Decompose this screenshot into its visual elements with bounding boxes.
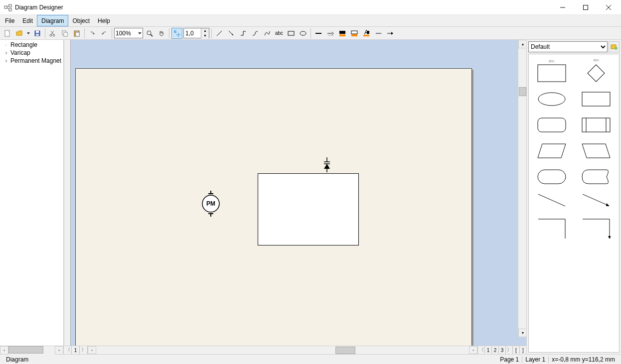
tree-item-permanent-magnet[interactable]: ›Permanent Magnet bbox=[0, 57, 63, 65]
palette-rect[interactable] bbox=[576, 84, 618, 109]
linewidth-spinner[interactable]: ▲▼ bbox=[183, 28, 209, 38]
menu-edit[interactable]: Edit bbox=[18, 15, 37, 26]
scroll-down-button[interactable]: ▾ bbox=[518, 329, 526, 337]
new-button[interactable] bbox=[2, 28, 13, 39]
open-dropdown[interactable] bbox=[26, 28, 31, 39]
menu-file[interactable]: File bbox=[1, 15, 18, 26]
layer-tab-1[interactable]: 1 bbox=[484, 346, 491, 354]
cut-button[interactable] bbox=[47, 28, 58, 39]
hscroll-thumb[interactable] bbox=[335, 347, 355, 354]
scroll-left-button[interactable]: ‹ bbox=[0, 346, 8, 355]
svg-line-59 bbox=[583, 194, 608, 205]
arrow-end-tool[interactable] bbox=[385, 28, 396, 39]
palette-parallelogram-r[interactable] bbox=[576, 136, 618, 161]
template-select[interactable]: Default bbox=[528, 41, 608, 52]
scroll-thumb[interactable] bbox=[8, 346, 43, 354]
vscroll-thumb[interactable] bbox=[519, 87, 526, 96]
copy-button[interactable] bbox=[59, 28, 70, 39]
arrow-tool[interactable] bbox=[226, 28, 237, 39]
menu-diagram[interactable]: Diagram bbox=[37, 15, 68, 26]
pan-tool[interactable] bbox=[156, 28, 167, 39]
line-tool[interactable] bbox=[214, 28, 225, 39]
page-nav-next[interactable]: 〉 bbox=[80, 346, 88, 354]
palette-arrow-line[interactable] bbox=[576, 188, 618, 213]
zoom-tool[interactable] bbox=[144, 28, 155, 39]
svg-point-48 bbox=[615, 47, 618, 50]
fillcolor-tool[interactable] bbox=[349, 28, 360, 39]
tree-hscrollbar[interactable]: ‹ › bbox=[0, 346, 63, 354]
expand-icon[interactable]: › bbox=[4, 57, 8, 64]
tree-item-rectangle[interactable]: ·Rectangle bbox=[0, 41, 63, 49]
linecolor-tool[interactable] bbox=[337, 28, 348, 39]
tree-item-varicap[interactable]: ›Varicap bbox=[0, 49, 63, 57]
toolbar: 100% ▲▼ abc A bbox=[0, 27, 621, 40]
palette-diamond[interactable]: abc bbox=[576, 58, 618, 83]
palette-elbow-arrow[interactable] bbox=[576, 214, 618, 239]
object-tree[interactable]: ·Rectangle ›Varicap ›Permanent Magnet bbox=[0, 40, 63, 346]
page-tab-1[interactable]: 1 bbox=[72, 346, 80, 354]
ellipse-tool[interactable] bbox=[298, 28, 309, 39]
svg-point-51 bbox=[538, 93, 565, 106]
scroll-up-button[interactable]: ▴ bbox=[518, 40, 526, 48]
palette-roundrect[interactable] bbox=[531, 110, 573, 135]
text-tool[interactable]: abc bbox=[274, 28, 285, 39]
palette-text-rect[interactable]: abc bbox=[531, 58, 573, 83]
layer-nav-prev[interactable]: 〈 bbox=[477, 346, 484, 354]
save-button[interactable] bbox=[32, 28, 43, 39]
palette-line[interactable] bbox=[531, 188, 573, 213]
layer-tab-3[interactable]: 3 bbox=[498, 346, 505, 354]
layer-bracket-l[interactable]: [ bbox=[512, 346, 519, 354]
svg-rect-53 bbox=[538, 118, 566, 132]
open-button[interactable] bbox=[14, 28, 25, 39]
svg-rect-29 bbox=[339, 34, 345, 36]
rect-tool[interactable] bbox=[286, 28, 297, 39]
snap-toggle[interactable] bbox=[171, 28, 182, 39]
palette-parallelogram-l[interactable] bbox=[531, 136, 573, 161]
page[interactable]: PM bbox=[75, 68, 472, 346]
close-button[interactable] bbox=[597, 0, 620, 15]
canvas-vscrollbar[interactable]: ▴ ▾ bbox=[518, 40, 526, 337]
canvas[interactable]: PM bbox=[64, 40, 526, 346]
palette-ellipse[interactable] bbox=[531, 84, 573, 109]
minimize-button[interactable] bbox=[551, 0, 574, 15]
status-left: Diagram bbox=[3, 356, 31, 363]
varicap-shape[interactable] bbox=[323, 157, 331, 172]
linewidth-input[interactable] bbox=[184, 30, 201, 37]
palette-subprocess[interactable] bbox=[576, 110, 618, 135]
linewidth-up[interactable]: ▲ bbox=[201, 28, 209, 33]
connector2-tool[interactable] bbox=[250, 28, 261, 39]
svg-line-21 bbox=[217, 31, 222, 36]
lineend-tool[interactable] bbox=[325, 28, 336, 39]
expand-icon[interactable]: › bbox=[4, 49, 8, 56]
redo-button[interactable] bbox=[99, 28, 110, 39]
linestyle-tool[interactable] bbox=[313, 28, 324, 39]
maximize-button[interactable] bbox=[574, 0, 597, 15]
rectangle-shape[interactable] bbox=[258, 173, 359, 245]
textcolor-tool[interactable]: A bbox=[361, 28, 372, 39]
palette-terminator[interactable] bbox=[531, 162, 573, 187]
arrow-start-tool[interactable] bbox=[373, 28, 384, 39]
linewidth-down[interactable]: ▼ bbox=[201, 33, 209, 38]
layer-bracket-r[interactable]: ] bbox=[519, 346, 526, 354]
canvas-hscrollbar[interactable] bbox=[96, 346, 469, 354]
permanent-magnet-shape[interactable]: PM bbox=[201, 191, 221, 217]
layer-nav-next[interactable]: 〉 bbox=[505, 346, 512, 354]
menu-help[interactable]: Help bbox=[94, 15, 114, 26]
menu-object[interactable]: Object bbox=[68, 15, 94, 26]
palette-display[interactable] bbox=[576, 162, 618, 187]
svg-rect-23 bbox=[288, 31, 294, 35]
layer-tab-2[interactable]: 2 bbox=[491, 346, 498, 354]
palette-elbow[interactable] bbox=[531, 214, 573, 239]
paste-button[interactable] bbox=[71, 28, 82, 39]
palette-pane: Default abc abc bbox=[526, 40, 621, 354]
undo-button[interactable] bbox=[87, 28, 98, 39]
connector1-tool[interactable] bbox=[238, 28, 249, 39]
hscroll-left[interactable]: ‹ bbox=[88, 346, 96, 354]
object-tree-pane: ·Rectangle ›Varicap ›Permanent Magnet ‹ … bbox=[0, 40, 64, 354]
scroll-right-button[interactable]: › bbox=[55, 346, 63, 355]
curve-tool[interactable] bbox=[262, 28, 273, 39]
page-nav-prev[interactable]: 〈 bbox=[64, 346, 72, 354]
zoom-combo[interactable]: 100% bbox=[114, 28, 143, 38]
template-browse-button[interactable] bbox=[609, 41, 620, 52]
hscroll-right[interactable]: › bbox=[469, 346, 477, 354]
